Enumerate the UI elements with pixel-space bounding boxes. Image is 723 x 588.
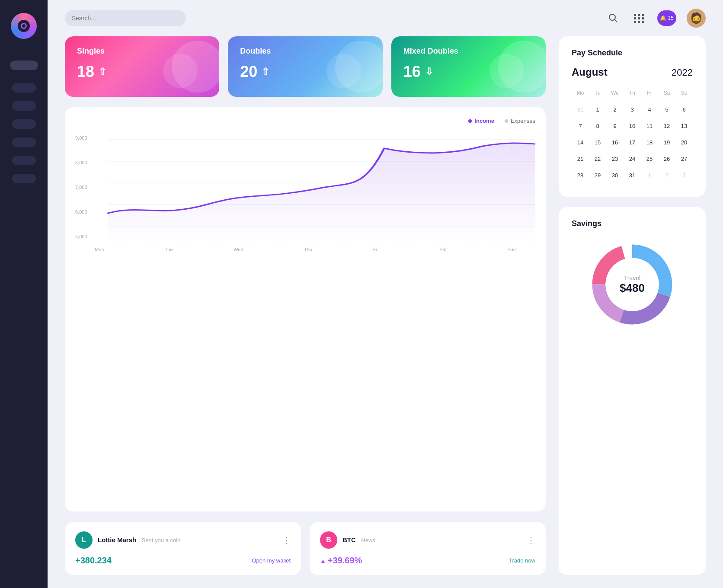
cal-day[interactable]: 14 <box>573 135 587 149</box>
cal-day[interactable]: 5 <box>660 102 674 116</box>
calendar-week-3: 14 15 16 17 18 19 20 <box>572 135 693 149</box>
cal-day[interactable]: 17 <box>625 135 639 149</box>
calendar-grid: Mo Tu We Th Fr Sa Su 31 1 2 3 4 <box>572 86 693 182</box>
chart-card: Income Expenses 9,000 8,000 7,000 6,000 … <box>65 107 546 511</box>
open-wallet-link[interactable]: Open my wallet <box>252 557 291 564</box>
calendar-month: August <box>572 66 608 78</box>
btc-name: BTC <box>342 536 356 543</box>
legend-expenses: Expenses <box>505 118 535 124</box>
donut-label: Travel <box>620 275 645 281</box>
sidebar-item-analytics[interactable] <box>12 83 36 93</box>
lottie-more-button[interactable]: ⋮ <box>282 535 291 545</box>
lottie-amount-row: +380.234 Open my wallet <box>75 556 291 566</box>
calendar-title: Pay Schedule <box>572 48 693 58</box>
sidebar-item-profile[interactable] <box>12 137 36 147</box>
cal-day[interactable]: 12 <box>660 119 674 133</box>
cal-day[interactable]: 21 <box>573 152 587 166</box>
calendar-header: August 2022 <box>572 66 693 78</box>
cal-day[interactable]: 29 <box>591 168 605 182</box>
cal-day[interactable]: 26 <box>660 152 674 166</box>
transaction-row: L Lottie Marsh Sent you a coin ⋮ +380.23… <box>65 522 546 575</box>
btc-amount-row: ▲ +39.69% Trade now <box>320 556 535 566</box>
txn-header-btc: B BTC News ⋮ <box>320 531 535 549</box>
sidebar-item-messages[interactable] <box>12 156 36 165</box>
header-actions: 🔔 15 🧔 <box>605 9 706 28</box>
btc-avatar: B <box>320 531 337 549</box>
cal-day[interactable]: 18 <box>643 135 656 149</box>
singles-value: 18 ⇧ <box>77 63 207 81</box>
lottie-amount: +380.234 <box>75 556 112 566</box>
sidebar-item-help[interactable] <box>12 174 36 183</box>
cal-day[interactable]: 2 <box>608 102 622 116</box>
cal-day[interactable]: 31 <box>573 102 587 116</box>
search-button[interactable] <box>605 10 621 26</box>
cal-day[interactable]: 25 <box>643 152 656 166</box>
cal-day[interactable]: 20 <box>677 135 691 149</box>
header: 🔔 15 🧔 <box>48 0 723 36</box>
app-logo[interactable] <box>11 13 37 39</box>
cal-day[interactable]: 27 <box>677 152 691 166</box>
lottie-avatar: L <box>75 531 93 549</box>
btc-change: ▲ +39.69% <box>320 556 362 566</box>
stat-cards-row: Singles 18 ⇧ Doubles 20 ⇧ <box>65 36 546 97</box>
content-area: Singles 18 ⇧ Doubles 20 ⇧ <box>48 36 723 588</box>
user-avatar[interactable]: 🧔 <box>687 9 706 28</box>
notifications-count: 15 <box>668 15 673 21</box>
cal-day[interactable]: 1 <box>643 168 656 182</box>
notifications-button[interactable]: 🔔 15 <box>657 10 676 26</box>
cal-day[interactable]: 3 <box>677 168 691 182</box>
btc-more-button[interactable]: ⋮ <box>527 535 535 545</box>
transaction-card-btc: B BTC News ⋮ ▲ +39.69% <box>310 522 546 575</box>
cal-day[interactable]: 10 <box>625 119 639 133</box>
mixed-doubles-arrow: ⇩ <box>425 66 433 77</box>
cal-day[interactable]: 22 <box>591 152 605 166</box>
singles-arrow: ⇧ <box>99 66 106 77</box>
income-dot <box>468 119 472 123</box>
cal-day[interactable]: 9 <box>608 119 622 133</box>
doubles-value: 20 ⇧ <box>240 63 370 81</box>
main-content: 🔔 15 🧔 Singles 18 ⇧ <box>48 0 723 588</box>
grid-menu-button[interactable] <box>631 10 647 26</box>
cal-day[interactable]: 11 <box>643 119 656 133</box>
mixed-doubles-card: Mixed Doubles 16 ⇩ <box>391 36 546 97</box>
cal-day[interactable]: 3 <box>625 102 639 116</box>
doubles-arrow: ⇧ <box>262 66 269 77</box>
btc-subtitle: News <box>361 537 375 543</box>
calendar-week-5: 28 29 30 31 1 2 3 <box>572 168 693 182</box>
cal-day[interactable]: 24 <box>625 152 639 166</box>
cal-day[interactable]: 16 <box>608 135 622 149</box>
trade-now-link[interactable]: Trade now <box>509 557 535 564</box>
chart-legend: Income Expenses <box>75 118 535 124</box>
cal-day[interactable]: 30 <box>608 168 622 182</box>
cal-day[interactable]: 6 <box>677 102 691 116</box>
cal-day[interactable]: 7 <box>573 119 587 133</box>
btc-trend-icon: ▲ <box>320 557 326 564</box>
sidebar <box>0 0 48 588</box>
cal-day[interactable]: 4 <box>643 102 656 116</box>
cal-day[interactable]: 31 <box>625 168 639 182</box>
sidebar-item-settings[interactable] <box>12 119 36 129</box>
savings-card: Savings <box>559 207 706 575</box>
cal-day[interactable]: 15 <box>591 135 605 149</box>
donut-chart: Travel $480 <box>585 237 680 332</box>
cal-day[interactable]: 8 <box>591 119 605 133</box>
chart-area: 9,000 8,000 7,000 6,000 5,000 <box>75 131 535 243</box>
search-input[interactable] <box>65 10 186 26</box>
singles-card: Singles 18 ⇧ <box>65 36 219 97</box>
legend-income: Income <box>468 118 494 124</box>
cal-day[interactable]: 23 <box>608 152 622 166</box>
txn-user-btc: B BTC News <box>320 531 375 549</box>
mixed-doubles-label: Mixed Doubles <box>403 47 534 56</box>
x-axis-labels: Mon Tue Wed Thu Fri Sat Sun <box>75 243 535 252</box>
sidebar-item-wallet[interactable] <box>12 101 36 111</box>
calendar-year: 2022 <box>672 67 693 78</box>
cal-day[interactable]: 19 <box>660 135 674 149</box>
cal-day[interactable]: 2 <box>660 168 674 182</box>
sidebar-nav <box>12 83 36 183</box>
cal-day[interactable]: 28 <box>573 168 587 182</box>
cal-day[interactable]: 1 <box>591 102 605 116</box>
calendar-week-2: 7 8 9 10 11 12 13 <box>572 119 693 133</box>
left-column: Singles 18 ⇧ Doubles 20 ⇧ <box>65 36 546 575</box>
sidebar-item-home[interactable] <box>10 61 38 70</box>
cal-day[interactable]: 13 <box>677 119 691 133</box>
